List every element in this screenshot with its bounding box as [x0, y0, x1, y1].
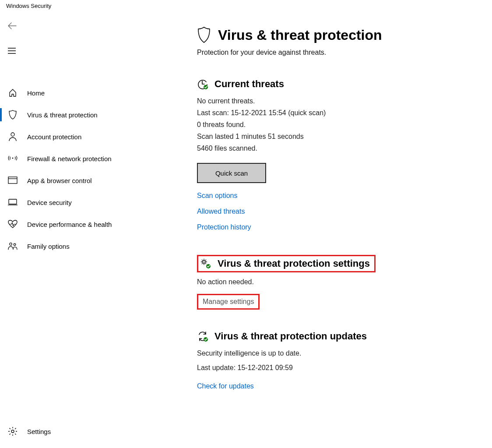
updates-status-icon — [197, 331, 208, 342]
sidebar-item-label: Account protection — [27, 133, 81, 141]
antenna-icon — [8, 155, 18, 162]
device-icon — [8, 198, 18, 206]
svg-rect-3 — [9, 199, 17, 204]
person-icon — [8, 132, 18, 141]
scan-status-icon — [197, 78, 208, 90]
manage-settings-link[interactable]: Manage settings — [197, 294, 260, 310]
home-icon — [8, 88, 18, 97]
vtp-settings-status: No action needed. — [197, 276, 479, 288]
svg-point-6 — [11, 430, 14, 433]
svg-point-5 — [14, 243, 16, 246]
vtp-settings-section: Virus & threat protection settings No ac… — [197, 255, 479, 310]
sidebar-item-home[interactable]: Home — [0, 82, 188, 104]
protection-history-link[interactable]: Protection history — [197, 223, 479, 231]
vtp-settings-title: Virus & threat protection settings — [218, 258, 370, 269]
sidebar-item-label: Family options — [27, 243, 70, 250]
svg-point-1 — [12, 158, 14, 159]
sidebar-item-account-protection[interactable]: Account protection — [0, 126, 188, 148]
menu-button[interactable] — [8, 48, 16, 54]
main-content: Virus & threat protection Protection for… — [188, 10, 492, 448]
hamburger-icon — [8, 48, 16, 54]
window-title: Windows Security — [0, 0, 492, 10]
svg-point-8 — [203, 261, 205, 263]
no-threats-text: No current threats. — [197, 95, 479, 107]
sidebar-item-virus-threat-protection[interactable]: Virus & threat protection — [0, 104, 188, 126]
sidebar-item-label: Device security — [27, 199, 72, 206]
shield-icon — [8, 110, 18, 120]
sidebar-item-label: Home — [27, 89, 45, 97]
app-browser-icon — [8, 176, 18, 184]
settings-status-icon — [200, 258, 211, 269]
sidebar-item-label: Device performance & health — [27, 221, 112, 228]
page-subtitle: Protection for your device against threa… — [197, 49, 479, 56]
back-button[interactable] — [8, 22, 17, 29]
sidebar-item-firewall-network-protection[interactable]: Firewall & network protection — [0, 148, 188, 169]
current-threats-title: Current threats — [214, 78, 284, 90]
quick-scan-button[interactable]: Quick scan — [197, 163, 266, 183]
vtp-updates-status: Security intelligence is up to date. — [197, 347, 479, 359]
scan-options-link[interactable]: Scan options — [197, 192, 479, 200]
sidebar-item-device-performance-health[interactable]: Device performance & health — [0, 213, 188, 235]
svg-point-0 — [11, 133, 14, 136]
family-icon — [8, 242, 18, 250]
heart-icon — [8, 220, 18, 229]
gear-icon — [8, 427, 18, 436]
shield-large-icon — [197, 27, 211, 43]
vtp-updates-title: Virus & threat protection updates — [214, 331, 367, 342]
allowed-threats-link[interactable]: Allowed threats — [197, 208, 479, 215]
sidebar-item-settings[interactable]: Settings — [0, 420, 188, 442]
check-for-updates-link[interactable]: Check for updates — [197, 382, 479, 390]
sidebar-item-label: App & browser control — [27, 177, 92, 184]
scan-duration-text: Scan lasted 1 minutes 51 seconds — [197, 131, 479, 142]
arrow-left-icon — [8, 22, 17, 29]
page-title: Virus & threat protection — [218, 27, 382, 43]
svg-point-9 — [206, 264, 211, 268]
sidebar-item-device-security[interactable]: Device security — [0, 191, 188, 213]
sidebar-item-app-browser-control[interactable]: App & browser control — [0, 169, 188, 191]
sidebar-item-family-options[interactable]: Family options — [0, 235, 188, 257]
vtp-updates-last-update: Last update: 15-12-2021 09:59 — [197, 362, 479, 374]
sidebar-item-label: Settings — [27, 428, 51, 435]
vtp-settings-header-highlight: Virus & threat protection settings — [197, 255, 376, 272]
sidebar-item-label: Firewall & network protection — [27, 155, 112, 162]
svg-point-7 — [204, 85, 208, 89]
current-threats-section: Current threats No current threats. Last… — [197, 78, 479, 231]
threats-found-text: 0 threats found. — [197, 119, 479, 131]
last-scan-text: Last scan: 15-12-2021 15:54 (quick scan) — [197, 107, 479, 119]
files-scanned-text: 5460 files scanned. — [197, 142, 479, 154]
sidebar-item-label: Virus & threat protection — [27, 111, 98, 119]
svg-point-10 — [204, 337, 208, 342]
nav-list: Home Virus & threat protection Account p… — [0, 82, 188, 257]
sidebar: Home Virus & threat protection Account p… — [0, 10, 188, 448]
vtp-updates-section: Virus & threat protection updates Securi… — [197, 331, 479, 390]
svg-rect-2 — [8, 177, 17, 183]
svg-point-4 — [10, 243, 12, 246]
